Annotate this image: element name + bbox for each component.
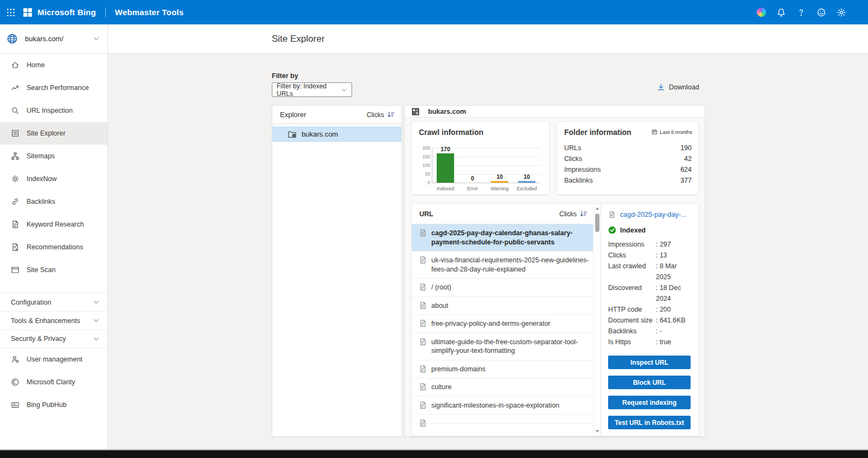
- filter-dropdown[interactable]: Filter by: Indexed URLs: [272, 82, 352, 97]
- sitemap-icon: [11, 152, 20, 160]
- property-http-code: HTTP code: 200: [608, 304, 691, 315]
- explorer-tree: bukars.com: [272, 126, 401, 142]
- document-icon: [419, 319, 427, 327]
- sort-descending-icon: [387, 111, 395, 119]
- gear-icon[interactable]: [837, 8, 846, 17]
- url-row-label: culture: [431, 383, 452, 391]
- url-detail-title: cagd-2025-pay-day-...: [620, 211, 686, 218]
- url-row[interactable]: uk-visa-financial-requirements-2025-new-…: [412, 251, 601, 279]
- brand-logo[interactable]: Microsoft Bing: [23, 8, 96, 17]
- sidebar-nav: HomeSearch PerformanceURL InspectionSite…: [0, 54, 107, 281]
- url-row[interactable]: culture: [412, 378, 601, 397]
- property-discovered: Discovered: 18 Dec 2024: [608, 282, 691, 304]
- url-sort-button[interactable]: Clicks: [559, 210, 588, 218]
- globe-icon: [7, 33, 18, 44]
- sidebar-item-home[interactable]: Home: [0, 54, 107, 76]
- stat-label: URLs: [564, 143, 581, 153]
- inspect-url-button[interactable]: Inspect URL: [608, 356, 691, 369]
- scroll-up-icon[interactable]: [594, 205, 601, 212]
- y-tick-label: 150: [417, 154, 430, 159]
- waffle-icon[interactable]: [6, 8, 16, 17]
- folder-card-title: Folder information: [564, 128, 631, 137]
- url-row-partial[interactable]: [412, 415, 601, 424]
- sidebar-item-indexnow[interactable]: IndexNow: [0, 167, 107, 190]
- request-indexing-button[interactable]: Request indexing: [608, 396, 691, 409]
- scrollbar-thumb[interactable]: [595, 214, 599, 232]
- url-row-label: about: [431, 302, 448, 309]
- explorer-sort-button[interactable]: Clicks: [367, 111, 395, 119]
- property-label: Last crawled: [608, 261, 656, 282]
- url-list-scrollbar[interactable]: [593, 204, 601, 436]
- copilot-icon[interactable]: [756, 8, 766, 17]
- chevron-down-icon: [93, 317, 100, 324]
- url-row[interactable]: ultimate-guide-to-the-free-custom-separa…: [412, 333, 601, 360]
- brand-text: Microsoft Bing: [37, 8, 96, 17]
- url-row[interactable]: / (root): [412, 279, 601, 297]
- property-is-https: Is Https: true: [608, 337, 691, 347]
- property-label: Discovered: [608, 282, 656, 304]
- smiley-icon[interactable]: [816, 8, 826, 17]
- bar-value-label: 10: [516, 173, 538, 180]
- url-row[interactable]: about: [412, 297, 601, 315]
- url-row[interactable]: free-privacy-policy-and-terms-generator: [412, 315, 601, 333]
- sidebar-item-label: Site Explorer: [27, 130, 66, 137]
- property-backlinks: Backlinks: -: [608, 326, 691, 337]
- sidebar-item-label: Backlinks: [27, 198, 55, 205]
- url-explorer-card: URL Clicks cagd-2025-pay-day-calendar-gh…: [411, 203, 699, 436]
- url-row-label: free-privacy-policy-and-terms-generator: [431, 320, 551, 327]
- clarity-icon: [11, 378, 20, 386]
- url-sort-label: Clicks: [559, 210, 577, 218]
- sidebar-item-backlinks[interactable]: Backlinks: [0, 190, 107, 213]
- sidebar-item-site-scan[interactable]: Site Scan: [0, 259, 107, 281]
- url-detail-panel: cagd-2025-pay-day-... Indexed Impression…: [601, 204, 698, 436]
- document-icon: [419, 301, 427, 309]
- url-row[interactable]: premium-domains: [412, 360, 601, 379]
- url-column-header: URL: [419, 210, 433, 218]
- url-row-label: significant-milestones-in-space-explorat…: [431, 402, 559, 409]
- sidebar-item-bing-pubhub[interactable]: Bing PubHub: [0, 394, 107, 416]
- url-row[interactable]: significant-milestones-in-space-explorat…: [412, 397, 601, 415]
- site-selector-label: bukars.com/: [25, 35, 63, 43]
- bell-icon[interactable]: [776, 8, 786, 17]
- test-url-in-robots-txt-button[interactable]: Test URL in Robots.txt: [608, 416, 691, 429]
- y-tick-label: 100: [417, 163, 430, 168]
- property-value: : 200: [656, 304, 691, 315]
- download-button[interactable]: Download: [657, 83, 699, 91]
- property-label: Document size: [608, 315, 656, 326]
- sidebar-item-url-inspection[interactable]: URL Inspection: [0, 99, 107, 122]
- sidebar-item-search-performance[interactable]: Search Performance: [0, 76, 107, 99]
- sidebar-section-configuration[interactable]: Configuration: [0, 293, 107, 311]
- crawl-information-card: Crawl information 050100150200170Indexed…: [411, 121, 550, 195]
- sidebar-section-tools-enhancements[interactable]: Tools & Enhancements: [0, 311, 107, 330]
- chevron-down-icon: [93, 35, 100, 42]
- filter-dropdown-value: Filter by: Indexed URLs: [277, 82, 341, 98]
- sidebar-section-security-privacy[interactable]: Security & Privacy: [0, 330, 107, 348]
- sidebar-item-site-explorer[interactable]: Site Explorer: [0, 122, 107, 145]
- stat-row-backlinks: Backlinks377: [564, 175, 692, 186]
- check-circle-icon: [608, 226, 616, 234]
- explorer-panel: Explorer Clicks bukars.com: [272, 105, 402, 437]
- property-label: Backlinks: [608, 326, 656, 337]
- user-icon: [11, 355, 20, 364]
- url-detail-link[interactable]: cagd-2025-pay-day-...: [608, 211, 691, 218]
- url-row[interactable]: cagd-2025-pay-day-calendar-ghanas-salary…: [412, 224, 601, 251]
- document-icon: [419, 419, 427, 427]
- help-icon[interactable]: [796, 8, 806, 17]
- sidebar-item-microsoft-clarity[interactable]: Microsoft Clarity: [0, 371, 107, 394]
- sidebar-item-recommendations[interactable]: Recommendations: [0, 236, 107, 259]
- sidebar-item-sitemaps[interactable]: Sitemaps: [0, 145, 107, 167]
- property-value: : -: [656, 326, 691, 337]
- sidebar-item-user-management[interactable]: User management: [0, 348, 107, 371]
- sidebar-item-label: Microsoft Clarity: [27, 378, 75, 386]
- property-impressions: Impressions: 297: [608, 239, 691, 250]
- site-selector[interactable]: bukars.com/: [0, 24, 107, 54]
- site-favicon-icon: [411, 107, 420, 116]
- block-url-button[interactable]: Block URL: [608, 376, 691, 389]
- scroll-down-icon[interactable]: [594, 428, 601, 434]
- bar-value-label: 170: [435, 146, 456, 152]
- tree-node-bukars-com[interactable]: bukars.com: [272, 126, 401, 142]
- section-label: Security & Privacy: [11, 335, 66, 343]
- stat-label: Impressions: [564, 164, 601, 175]
- sidebar-item-keyword-research[interactable]: Keyword Research: [0, 213, 107, 236]
- sidebar-item-label: Home: [27, 61, 44, 69]
